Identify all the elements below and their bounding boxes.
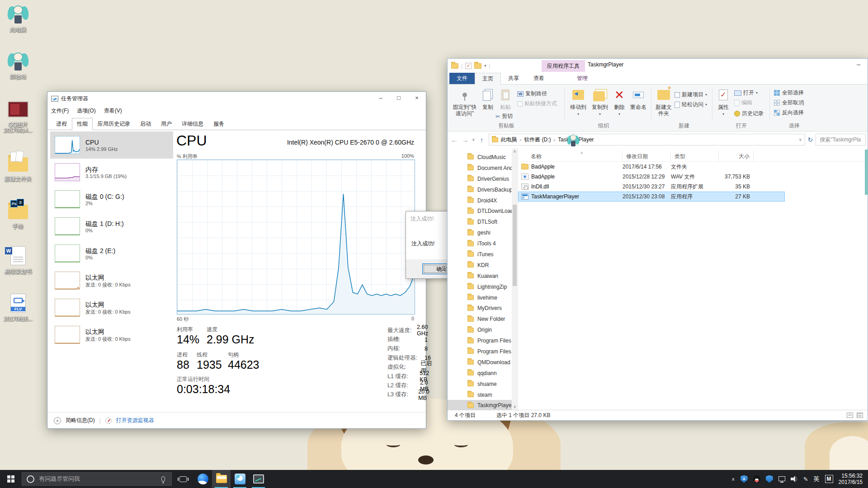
new-folder-button[interactable]: 新建文件夹 (654, 87, 674, 117)
refresh-icon[interactable]: ↻ (808, 136, 813, 143)
taskbar-app-explorer[interactable] (212, 470, 231, 488)
taskbar-app-taskmgr[interactable] (249, 470, 268, 488)
nav-folder-Origin[interactable]: Origin (448, 324, 518, 335)
perf-sidebar-以太网[interactable]: 以太网发送: 0 接收: 0 Kbps (50, 321, 173, 348)
nav-folder-MyDrivers[interactable]: MyDrivers (448, 303, 518, 314)
perf-sidebar-CPU[interactable]: CPU14% 2.99 GHz (50, 131, 173, 159)
copy-path-button[interactable]: W 复制路径 (517, 90, 547, 98)
open-button[interactable]: 打开 ▾ (734, 89, 758, 97)
menu-view[interactable]: 查看(V) (104, 107, 122, 115)
scroll-down-icon[interactable]: ∨ (512, 404, 518, 409)
network-icon[interactable] (778, 476, 785, 481)
tab-home[interactable]: 主页 (475, 73, 501, 84)
desktop-icon-20170615...[interactable]: FLV20170615... (2, 293, 34, 322)
maximize-icon[interactable]: □ (390, 92, 408, 105)
desktop-icon-易绿策划书[interactable]: W易绿策划书 (2, 245, 34, 275)
file-row-TaskManagerPlayer[interactable]: TaskManagerPlayer2015/12/30 23:08应用程序27 … (518, 192, 785, 202)
nav-folder-QMDownload[interactable]: QMDownload (448, 357, 518, 368)
desktop-icon-手绘[interactable]: PsS手绘 (2, 200, 34, 230)
clock[interactable]: 15:56:32 2017/6/15 (839, 473, 863, 485)
taskmgr-titlebar[interactable]: 任务管理器 – □ × (47, 92, 426, 105)
pin-to-quick-access-button[interactable]: 固定到"快速访问" (451, 87, 478, 117)
close-icon[interactable]: × (408, 92, 426, 105)
rename-button[interactable]: 重命名 (627, 87, 649, 110)
tray-expand-icon[interactable]: ∧ (731, 476, 735, 482)
properties-button[interactable]: ✓ 属性 ▾ (715, 87, 731, 117)
perf-sidebar-以太网[interactable]: 以太网发送: 0 接收: 0 Kbps (50, 267, 173, 294)
nav-folder-DTLSoft[interactable]: DTLSoft (448, 216, 518, 227)
nav-folder-LightningZip[interactable]: LightningZip (448, 282, 518, 292)
desktop-icon-回收站[interactable]: 回收站 (2, 51, 34, 80)
address-dropdown-icon[interactable]: ∨ (799, 137, 802, 142)
nav-folder-iTools 4[interactable]: iTools 4 (448, 238, 518, 249)
nav-folder-geshi[interactable]: geshi (448, 227, 518, 238)
delete-button[interactable]: ✕ 删除 ▾ (611, 87, 627, 117)
nav-folder-KDR[interactable]: KDR (448, 260, 518, 271)
column-header-name[interactable]: 名称 (518, 151, 623, 161)
paste-shortcut-button[interactable]: 粘贴快捷方式 (517, 100, 557, 108)
qat-dropdown-icon[interactable]: ▾ (484, 64, 486, 68)
nav-folder-steam[interactable]: steam (448, 389, 518, 400)
nav-folder-New Folder[interactable]: New Folder (448, 314, 518, 324)
nav-folder-shuame[interactable]: shuame (448, 379, 518, 389)
nav-scrollbar[interactable]: ∧ ∨ (512, 148, 518, 410)
nav-folder-DTLDownLoad[interactable]: DTLDownLoad (448, 206, 518, 216)
folder-icon[interactable] (451, 63, 458, 69)
column-header-date[interactable]: 修改日期 (623, 151, 671, 161)
pen-input-icon[interactable]: ✎ (803, 476, 808, 483)
tab-share[interactable]: 共享 (501, 73, 526, 84)
nav-folder-CloudMusic[interactable]: CloudMusic (448, 152, 518, 163)
breadcrumb-this-pc[interactable]: 此电脑 (501, 136, 517, 144)
perf-sidebar-内存[interactable]: 内存3.1/15.9 GB (19%) (50, 159, 173, 186)
properties-qat-icon[interactable]: ✓ (465, 63, 472, 69)
up-icon[interactable]: ↑ (478, 136, 486, 144)
language-indicator[interactable]: 英 (814, 475, 820, 483)
tab-manage[interactable]: 管理 (570, 73, 595, 84)
copy-button[interactable]: 复制 (479, 87, 496, 110)
history-button[interactable]: 历史记录 (734, 110, 764, 117)
qq-icon[interactable] (753, 475, 760, 483)
menu-options[interactable]: 选项(O) (77, 107, 95, 115)
details-view-icon[interactable] (847, 413, 853, 418)
new-folder-qat-icon[interactable] (474, 63, 481, 69)
cortana-search-box[interactable]: 有问题尽管问我 (22, 472, 172, 486)
start-button[interactable] (0, 470, 22, 488)
menu-file[interactable]: 文件(F) (51, 107, 69, 115)
nav-folder-Program Files[interactable]: Program Files (448, 335, 518, 346)
volume-icon[interactable]: ) (791, 476, 798, 482)
file-row-BadApple[interactable]: BadApple2017/6/14 17:56文件夹 (518, 162, 785, 172)
nav-folder-DriverGenius[interactable]: DriverGenius (448, 174, 518, 184)
move-to-button[interactable]: 移动到 ▾ (568, 87, 589, 117)
copy-to-button[interactable]: 复制到 ▾ (590, 87, 610, 117)
perf-sidebar-以太网[interactable]: 以太网发送: 0 接收: 0 Kbps (50, 294, 173, 321)
taskmgr-tab-应用历史记录[interactable]: 应用历史记录 (93, 118, 135, 130)
new-item-button[interactable]: 新建项目 ▾ (675, 91, 707, 99)
desktop-icon-此电脑[interactable]: 此电脑 (2, 4, 34, 33)
back-icon[interactable]: ← (450, 136, 458, 144)
breadcrumb[interactable]: 此电脑 › 软件酱 (D:) › TaskmgrPlayer ∨ (489, 134, 805, 145)
scroll-up-icon[interactable]: ∧ (512, 149, 518, 154)
column-header-size[interactable]: 大小 (719, 151, 754, 161)
file-row-InDll.dll[interactable]: InDll.dll2015/12/30 23:27应用程序扩展35 KB (518, 182, 785, 192)
nav-folder-qqdiann[interactable]: qqdiann (448, 368, 518, 379)
edit-button[interactable]: 编辑 (734, 99, 752, 107)
nav-folder-DriversBackup[interactable]: DriversBackup (448, 184, 518, 195)
taskmgr-tab-性能[interactable]: 性能 (72, 118, 93, 130)
easy-access-button[interactable]: 轻松访问 ▾ (675, 101, 707, 108)
column-header-type[interactable]: 类型 (671, 151, 719, 161)
nav-scrollbar-thumb[interactable] (513, 205, 517, 286)
taskmgr-tab-服务[interactable]: 服务 (208, 118, 229, 130)
nav-folder-Document And[interactable]: Document And (448, 163, 518, 174)
invert-selection-button[interactable]: 反向选择 (774, 109, 804, 117)
taskmgr-tab-进程[interactable]: 进程 (51, 118, 72, 130)
microphone-icon[interactable] (161, 476, 165, 482)
paste-button[interactable]: 粘贴 (496, 87, 514, 110)
nav-folder-Droid4X[interactable]: Droid4X (448, 195, 518, 206)
thumbnails-view-icon[interactable] (857, 413, 863, 418)
fewer-details-toggle[interactable]: 简略信息(D) (66, 417, 95, 424)
perf-sidebar-磁盘 2 (E:)[interactable]: 磁盘 2 (E:)0% (50, 240, 173, 267)
task-view-button[interactable] (175, 470, 191, 488)
taskmgr-tab-用户[interactable]: 用户 (156, 118, 177, 130)
open-resource-monitor-link[interactable]: 打开资源监视器 (116, 417, 154, 424)
taskmgr-tab-启动[interactable]: 启动 (135, 118, 156, 130)
